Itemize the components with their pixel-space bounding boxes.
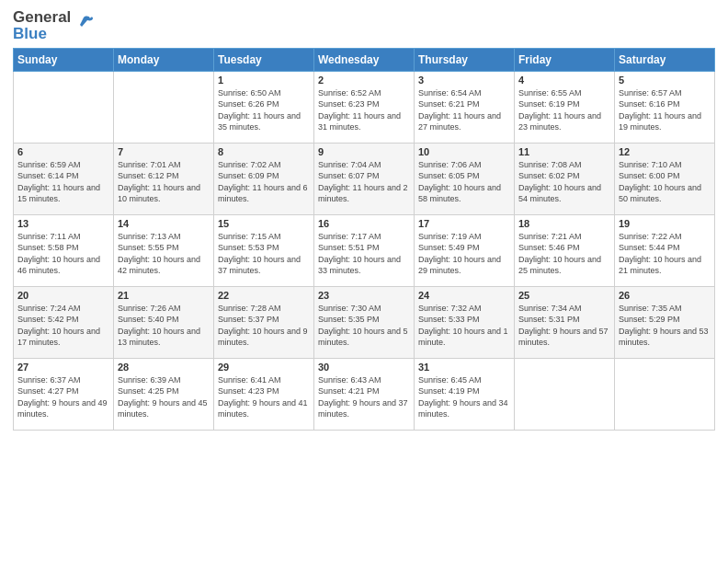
day-number: 1 <box>218 75 310 86</box>
day-info-text: Daylight: 9 hours and 45 minutes. <box>118 397 210 420</box>
day-info-text: Sunrise: 7:01 AM <box>118 159 210 171</box>
day-info-text: Sunset: 4:25 PM <box>118 385 210 397</box>
day-number: 23 <box>318 290 410 301</box>
day-number: 9 <box>318 146 410 157</box>
day-cell: 25Sunrise: 7:34 AMSunset: 5:31 PMDayligh… <box>515 286 615 358</box>
day-info-text: Daylight: 10 hours and 17 minutes. <box>17 326 109 349</box>
day-cell: 24Sunrise: 7:32 AMSunset: 5:33 PMDayligh… <box>415 286 515 358</box>
day-info-text: Daylight: 11 hours and 31 minutes. <box>318 110 410 133</box>
day-cell: 10Sunrise: 7:06 AMSunset: 6:05 PMDayligh… <box>415 143 515 214</box>
column-header-friday: Friday <box>515 48 615 71</box>
day-number: 12 <box>619 146 711 157</box>
day-info-text: Sunrise: 7:26 AM <box>118 303 210 315</box>
day-number: 20 <box>17 290 109 301</box>
day-info-text: Daylight: 11 hours and 35 minutes. <box>218 110 310 133</box>
page: General Blue SundayMondayTuesdayWednesda… <box>0 0 728 563</box>
day-cell: 11Sunrise: 7:08 AMSunset: 6:02 PMDayligh… <box>515 143 615 214</box>
day-number: 31 <box>418 362 510 373</box>
week-row-2: 6Sunrise: 6:59 AMSunset: 6:14 PMDaylight… <box>14 143 715 214</box>
day-info-text: Daylight: 11 hours and 15 minutes. <box>17 182 109 205</box>
day-info-text: Sunrise: 6:50 AM <box>218 87 310 99</box>
day-info-text: Daylight: 10 hours and 13 minutes. <box>118 326 210 349</box>
day-info-text: Sunrise: 7:08 AM <box>518 159 610 171</box>
day-cell <box>114 71 214 143</box>
day-number: 28 <box>118 362 210 373</box>
column-header-sunday: Sunday <box>14 48 114 71</box>
column-header-thursday: Thursday <box>415 48 515 71</box>
day-cell: 22Sunrise: 7:28 AMSunset: 5:37 PMDayligh… <box>214 286 314 358</box>
day-info-text: Sunrise: 7:28 AM <box>218 303 310 315</box>
day-info-text: Sunset: 5:55 PM <box>118 242 210 254</box>
day-number: 18 <box>518 218 610 229</box>
day-info-text: Sunset: 5:31 PM <box>518 314 610 326</box>
week-row-1: 1Sunrise: 6:50 AMSunset: 6:26 PMDaylight… <box>14 71 715 143</box>
day-cell: 28Sunrise: 6:39 AMSunset: 4:25 PMDayligh… <box>114 358 214 430</box>
day-info-text: Sunrise: 7:30 AM <box>318 303 410 315</box>
day-number: 6 <box>17 146 109 157</box>
day-number: 29 <box>218 362 310 373</box>
day-info-text: Daylight: 10 hours and 1 minute. <box>418 326 510 349</box>
day-number: 11 <box>518 146 610 157</box>
day-info-text: Daylight: 11 hours and 10 minutes. <box>118 182 210 205</box>
calendar-table: SundayMondayTuesdayWednesdayThursdayFrid… <box>13 48 715 431</box>
column-header-tuesday: Tuesday <box>214 48 314 71</box>
header: General Blue <box>13 9 715 42</box>
column-header-saturday: Saturday <box>615 48 715 71</box>
day-info-text: Sunrise: 7:19 AM <box>418 231 510 243</box>
day-info-text: Sunset: 5:53 PM <box>218 242 310 254</box>
day-info-text: Daylight: 9 hours and 34 minutes. <box>418 397 510 420</box>
day-number: 27 <box>17 362 109 373</box>
day-number: 2 <box>318 75 410 86</box>
day-info-text: Sunrise: 6:55 AM <box>518 87 610 99</box>
day-cell: 23Sunrise: 7:30 AMSunset: 5:35 PMDayligh… <box>314 286 415 358</box>
day-info-text: Daylight: 10 hours and 5 minutes. <box>318 326 410 349</box>
day-cell: 31Sunrise: 6:45 AMSunset: 4:19 PMDayligh… <box>415 358 515 430</box>
day-info-text: Sunset: 5:29 PM <box>619 314 711 326</box>
day-info-text: Sunset: 6:09 PM <box>218 170 310 182</box>
day-number: 10 <box>418 146 510 157</box>
day-info-text: Sunset: 5:46 PM <box>518 242 610 254</box>
day-info-text: Daylight: 10 hours and 37 minutes. <box>218 254 310 277</box>
day-cell: 15Sunrise: 7:15 AMSunset: 5:53 PMDayligh… <box>214 214 314 286</box>
day-number: 14 <box>118 218 210 229</box>
day-info-text: Sunset: 6:19 PM <box>518 98 610 110</box>
day-cell: 4Sunrise: 6:55 AMSunset: 6:19 PMDaylight… <box>515 71 615 143</box>
day-number: 3 <box>418 75 510 86</box>
day-info-text: Daylight: 11 hours and 19 minutes. <box>619 110 711 133</box>
day-info-text: Sunset: 5:49 PM <box>418 242 510 254</box>
day-info-text: Sunset: 6:07 PM <box>318 170 410 182</box>
day-info-text: Sunset: 5:33 PM <box>418 314 510 326</box>
day-info-text: Sunset: 6:12 PM <box>118 170 210 182</box>
day-number: 30 <box>318 362 410 373</box>
day-number: 25 <box>518 290 610 301</box>
day-info-text: Sunrise: 6:59 AM <box>17 159 109 171</box>
day-info-text: Sunrise: 7:13 AM <box>118 231 210 243</box>
day-cell: 5Sunrise: 6:57 AMSunset: 6:16 PMDaylight… <box>615 71 715 143</box>
day-info-text: Daylight: 9 hours and 37 minutes. <box>318 397 410 420</box>
day-cell: 1Sunrise: 6:50 AMSunset: 6:26 PMDaylight… <box>214 71 314 143</box>
day-number: 8 <box>218 146 310 157</box>
week-row-4: 20Sunrise: 7:24 AMSunset: 5:42 PMDayligh… <box>14 286 715 358</box>
day-cell: 21Sunrise: 7:26 AMSunset: 5:40 PMDayligh… <box>114 286 214 358</box>
day-info-text: Daylight: 9 hours and 41 minutes. <box>218 397 310 420</box>
day-info-text: Sunrise: 7:24 AM <box>17 303 109 315</box>
day-cell: 12Sunrise: 7:10 AMSunset: 6:00 PMDayligh… <box>615 143 715 214</box>
day-info-text: Sunset: 6:26 PM <box>218 98 310 110</box>
day-info-text: Sunset: 5:51 PM <box>318 242 410 254</box>
day-info-text: Sunrise: 6:52 AM <box>318 87 410 99</box>
logo: General Blue <box>13 9 93 42</box>
day-cell: 8Sunrise: 7:02 AMSunset: 6:09 PMDaylight… <box>214 143 314 214</box>
day-info-text: Sunrise: 6:39 AM <box>118 374 210 386</box>
day-info-text: Sunrise: 7:02 AM <box>218 159 310 171</box>
day-info-text: Sunrise: 7:17 AM <box>318 231 410 243</box>
day-info-text: Sunset: 5:44 PM <box>619 242 711 254</box>
day-info-text: Daylight: 10 hours and 25 minutes. <box>518 254 610 277</box>
day-info-text: Sunrise: 7:32 AM <box>418 303 510 315</box>
day-info-text: Daylight: 10 hours and 46 minutes. <box>17 254 109 277</box>
day-info-text: Sunset: 4:19 PM <box>418 385 510 397</box>
day-info-text: Sunrise: 7:06 AM <box>418 159 510 171</box>
day-number: 13 <box>17 218 109 229</box>
day-cell: 30Sunrise: 6:43 AMSunset: 4:21 PMDayligh… <box>314 358 415 430</box>
day-info-text: Sunset: 6:05 PM <box>418 170 510 182</box>
day-info-text: Sunrise: 7:04 AM <box>318 159 410 171</box>
